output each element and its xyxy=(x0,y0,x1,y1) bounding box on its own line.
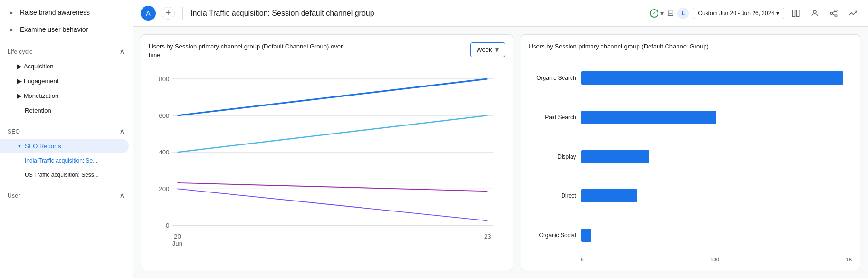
date-range-selector[interactable]: Custom Jun 20 - Jun 26, 2024 ▾ xyxy=(693,8,784,19)
user-icon[interactable] xyxy=(807,6,822,21)
bar-label: Display xyxy=(529,153,576,160)
svg-point-5 xyxy=(835,15,837,17)
bar-fill xyxy=(581,111,717,124)
svg-line-6 xyxy=(832,14,835,15)
sidebar-item-examine-user[interactable]: ▶ Examine user behavior xyxy=(0,21,133,38)
arrow-icon: ▶ xyxy=(10,27,13,32)
bar-label: Direct xyxy=(529,192,576,199)
status-indicator[interactable]: ✓ ▾ xyxy=(650,9,664,18)
header: A + India Traffic acquisition: Session d… xyxy=(133,0,868,27)
svg-text:20: 20 xyxy=(174,233,181,240)
bar-x-axis: 0 500 1K xyxy=(529,255,852,262)
main-area: A + India Traffic acquisition: Session d… xyxy=(133,0,868,278)
filter-badge: L xyxy=(677,8,689,19)
bar-chart-panel: Users by Session primary channel group (… xyxy=(521,34,860,270)
svg-text:0: 0 xyxy=(166,222,169,230)
collapse-icon[interactable]: ∧ xyxy=(119,47,125,56)
svg-rect-1 xyxy=(797,10,799,17)
svg-point-3 xyxy=(835,10,837,12)
sidebar-item-label: Examine user behavior xyxy=(20,26,88,33)
bar-row: Direct xyxy=(529,189,852,202)
sidebar-item-acquisition[interactable]: ▶ Acquisition xyxy=(0,59,133,74)
bar-label: Organic Social xyxy=(529,232,576,239)
bar-fill xyxy=(581,229,591,242)
sidebar-item-label: Raise brand awareness xyxy=(20,9,90,16)
sidebar: ▶ Raise brand awareness ▶ Examine user b… xyxy=(0,0,133,278)
divider xyxy=(0,184,133,184)
svg-point-2 xyxy=(813,10,816,13)
collapse-icon[interactable]: ∧ xyxy=(119,127,125,136)
chart-header: Users by Session primary channel group (… xyxy=(149,42,505,59)
bar-label: Paid Search xyxy=(529,114,576,121)
sidebar-item-raise-brand[interactable]: ▶ Raise brand awareness xyxy=(0,4,133,21)
bar-track xyxy=(581,71,852,85)
svg-text:800: 800 xyxy=(159,76,169,83)
svg-line-7 xyxy=(832,11,835,12)
arrow-icon: ▶ xyxy=(17,63,22,70)
bar-chart-title: Users by Session primary channel group (… xyxy=(529,42,852,51)
sidebar-item-seo-reports[interactable]: ▼ SEO Reports xyxy=(0,139,129,153)
bar-track xyxy=(581,111,852,124)
bar-fill xyxy=(581,71,843,85)
week-selector[interactable]: Week ▾ xyxy=(470,42,505,57)
svg-line-20 xyxy=(177,183,487,191)
arrow-icon: ▶ xyxy=(17,77,22,85)
svg-text:600: 600 xyxy=(159,112,169,119)
svg-text:400: 400 xyxy=(159,149,169,156)
sidebar-item-engagement[interactable]: ▶ Engagement xyxy=(0,74,133,88)
separator xyxy=(182,7,183,20)
sidebar-item-retention[interactable]: Retention xyxy=(0,103,133,118)
compare-icon[interactable] xyxy=(788,6,803,21)
line-chart-title: Users by Session primary channel group (… xyxy=(149,42,348,59)
svg-text:Jun: Jun xyxy=(172,240,182,247)
checkmark-icon: ✓ xyxy=(652,10,656,16)
sidebar-item-monetization[interactable]: ▶ Monetization xyxy=(0,88,133,103)
arrow-icon: ▶ xyxy=(17,92,22,99)
svg-rect-0 xyxy=(792,10,795,17)
divider xyxy=(0,120,133,120)
chevron-down-icon: ▾ xyxy=(495,45,499,54)
content-area: Users by Session primary channel group (… xyxy=(133,27,868,278)
bar-row: Paid Search xyxy=(529,111,852,124)
status-circle: ✓ xyxy=(650,9,658,18)
lifecycle-section: Life cycle ∧ xyxy=(0,42,133,59)
share-icon[interactable] xyxy=(826,6,841,21)
svg-text:23: 23 xyxy=(484,233,491,240)
svg-line-19 xyxy=(177,115,487,152)
bar-track xyxy=(581,189,852,202)
date-chevron-icon: ▾ xyxy=(776,10,779,17)
svg-text:200: 200 xyxy=(159,186,169,193)
sidebar-leaf-india-traffic[interactable]: India Traffic acquisition: Se... xyxy=(0,153,133,168)
bar-row: Organic Social xyxy=(529,229,852,242)
seo-section: SEO ∧ xyxy=(0,122,133,139)
bar-row: Organic Search xyxy=(529,71,852,85)
svg-line-21 xyxy=(177,189,487,221)
divider xyxy=(0,40,133,40)
avatar: A xyxy=(141,6,156,21)
chevron-down-icon: ▾ xyxy=(660,10,664,17)
trending-icon[interactable] xyxy=(845,6,860,21)
bar-fill xyxy=(581,189,637,202)
collapse-icon[interactable]: ∧ xyxy=(119,191,125,200)
bar-fill xyxy=(581,150,650,163)
svg-line-18 xyxy=(177,79,487,115)
user-section: User ∧ xyxy=(0,186,133,203)
svg-point-4 xyxy=(830,12,833,14)
arrow-down-icon: ▼ xyxy=(17,144,22,149)
bar-label: Organic Search xyxy=(529,75,576,81)
header-icons: ✓ ▾ ⊟ L Custom Jun 20 - Jun 26, 2024 ▾ xyxy=(650,6,860,21)
sidebar-leaf-us-traffic[interactable]: US Traffic acquisition: Sess... xyxy=(0,168,133,182)
line-chart-svg: 800 600 400 200 0 20 Jun xyxy=(149,67,505,262)
bar-track xyxy=(581,150,852,163)
add-button[interactable]: + xyxy=(162,7,175,20)
filter-icon[interactable]: ⊟ xyxy=(668,9,674,18)
line-chart-area: 800 600 400 200 0 20 Jun xyxy=(149,67,505,262)
line-chart-panel: Users by Session primary channel group (… xyxy=(141,34,513,270)
bar-track xyxy=(581,229,852,242)
bar-chart-area: Organic Search Paid Search Display Direc… xyxy=(529,58,852,255)
page-title: India Traffic acquisition: Session defau… xyxy=(191,9,644,18)
arrow-icon: ▶ xyxy=(10,10,13,15)
bar-row: Display xyxy=(529,150,852,163)
